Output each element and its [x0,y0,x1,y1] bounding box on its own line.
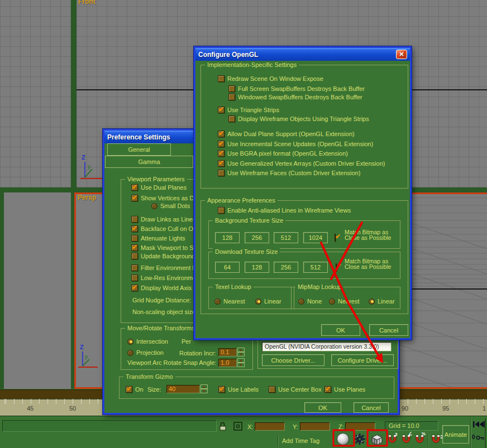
tab-gamma[interactable]: Gamma [105,156,193,168]
dl-texture-256-button[interactable]: 256 [274,262,298,273]
checkbox[interactable] [218,75,225,82]
radio-projection[interactable]: Projection [127,349,164,357]
checkbox-filter-environment[interactable]: Filter Environment B [131,264,197,272]
radio-mipmap-linear[interactable]: Linear [369,297,395,305]
checkbox[interactable] [131,235,138,242]
checkbox[interactable] [131,274,138,281]
checkbox[interactable] [218,107,225,113]
spinner-down-icon[interactable]: ▼ [200,389,208,393]
spinner-up-icon[interactable]: ▲ [200,384,208,389]
checkbox[interactable] [228,85,235,92]
checkbox[interactable] [131,216,138,223]
sphere-icon[interactable] [336,432,350,446]
checkbox-use-center-box[interactable]: Use Center Box [269,386,322,393]
left-top-viewport[interactable] [0,0,71,187]
checkbox[interactable] [269,386,275,393]
checkbox-mask-viewport[interactable]: Mask Viewport to S [131,244,194,252]
left-bottom-viewport[interactable] [4,192,71,389]
checkbox-redraw-scene[interactable]: Redraw Scene On Window Expose [218,75,323,83]
z-coordinate-field[interactable] [345,422,375,431]
checkbox-dl-match-bitmap[interactable] [336,263,337,271]
go-to-start-icon[interactable] [472,420,486,428]
configure-opengl-titlebar[interactable]: Configure OpenGL ✕ [195,48,410,61]
checkbox-update-background[interactable]: Update Background [131,252,195,260]
checkbox[interactable] [218,170,225,176]
radio[interactable] [298,298,304,305]
cube-icon[interactable] [370,433,385,446]
choose-driver-button[interactable]: Choose Driver... [262,354,324,366]
arc-rotate-snap-spinner[interactable]: ▲▼ [237,358,245,367]
spinner-up-icon[interactable]: ▲ [237,358,245,363]
checkbox[interactable] [218,160,225,167]
radio-intersection[interactable]: Intersection [127,338,168,345]
checkbox-use-labels[interactable]: Use Labels [218,386,259,393]
checkbox-display-world-axis[interactable]: Display World Axis [131,284,192,292]
selection-set-icon[interactable] [233,421,243,431]
checkbox[interactable] [131,253,138,259]
rotation-incr-spinner[interactable]: ▲▼ [237,348,245,357]
radio[interactable] [329,298,335,305]
bg-texture-512-button[interactable]: 512 [274,232,298,243]
radio-small-dots[interactable]: Small Dots [151,202,190,210]
checkbox[interactable] [218,150,225,157]
selection-lock-icon[interactable] [219,421,227,431]
y-coordinate-field[interactable] [300,422,330,431]
radio[interactable] [127,350,133,356]
checkbox-display-wireframe-strips[interactable]: Display Wireframe Objects Using Triangle… [228,115,369,123]
spinner-up-icon[interactable]: ▲ [237,348,245,352]
radio[interactable] [127,339,133,345]
set-key-icon[interactable] [476,435,485,441]
checkbox-use-planes[interactable]: Use Planes [324,386,365,393]
radio-texel-linear[interactable]: Linear [255,297,281,305]
bg-texture-128-button[interactable]: 128 [215,232,240,243]
radio-mipmap-nearest[interactable]: Nearest [329,297,360,305]
checkbox-generalized-vertex-arrays[interactable]: Use Generalized Vertex Arrays (Custom Dr… [218,160,385,167]
checkbox-fullscreen-swapbuffers[interactable]: Full Screen SwapBuffers Destroys Back Bu… [228,85,365,93]
checkbox[interactable] [126,386,132,393]
cancel-button[interactable]: Cancel [354,402,389,413]
animate-button[interactable]: Animate [442,425,469,444]
checkbox[interactable] [218,207,225,214]
radio[interactable] [369,298,375,305]
checkbox-antialiased-lines[interactable]: Enable Anti-aliased Lines in Wireframe V… [218,206,351,214]
checkbox-bgra-pixel-format[interactable]: Use BGRA pixel format (OpenGL Extension) [218,150,348,157]
viewport-divider-vertical[interactable] [71,0,77,187]
cancel-button[interactable]: Cancel [369,324,408,336]
checkbox[interactable] [131,285,138,291]
checkbox[interactable] [228,94,235,100]
checkbox-incremental-updates[interactable]: Use Incremental Scene Updates (OpenGL Ex… [218,140,373,148]
checkbox[interactable] [131,195,138,201]
spinner-down-icon[interactable]: ▼ [237,363,245,367]
checkbox[interactable] [131,225,138,232]
radio-texel-nearest[interactable]: Nearest [214,297,245,305]
rotation-incr-field[interactable]: 0.1 [218,348,237,357]
checkbox-use-triangle-strips[interactable]: Use Triangle Strips [218,106,279,114]
configure-driver-button[interactable]: Configure Driver... [331,354,394,366]
checkbox[interactable] [218,131,225,137]
gizmo-size-spinner[interactable]: ▲▼ [200,384,208,393]
radio[interactable] [214,298,221,305]
ok-button[interactable]: OK [321,324,360,336]
checkbox-attenuate-lights[interactable]: Attenuate Lights [131,234,185,242]
spinner-down-icon[interactable]: ▼ [237,352,245,357]
checkbox-backface-cull[interactable]: Backface Cull on O [131,225,193,233]
checkbox[interactable] [131,244,138,251]
checkbox-low-res-environment[interactable]: Low-Res Environme [131,274,196,282]
dl-texture-64-button[interactable]: 64 [215,262,240,273]
close-icon[interactable]: ✕ [396,50,407,59]
checkbox-bg-match-bitmap[interactable] [335,234,336,242]
radio[interactable] [151,203,157,209]
x-coordinate-field[interactable] [255,422,285,431]
checkbox[interactable] [228,115,235,122]
bg-texture-256-button[interactable]: 256 [245,232,269,243]
checkbox[interactable] [131,264,138,271]
gizmo-size-field[interactable]: 40 [166,385,200,393]
arc-rotate-snap-field[interactable]: 1.0 [218,359,237,367]
checkbox-wireframe-faces[interactable]: Use Wireframe Faces (Custom Driver Exten… [218,169,360,177]
dl-texture-512-button[interactable]: 512 [303,262,328,273]
checkbox[interactable] [324,386,331,393]
checkbox-gizmo-on[interactable]: On [126,386,144,393]
tab-general[interactable]: General [107,143,171,156]
checkbox-use-dual-planes[interactable]: Use Dual Planes [131,184,187,191]
checkbox[interactable] [218,141,225,147]
